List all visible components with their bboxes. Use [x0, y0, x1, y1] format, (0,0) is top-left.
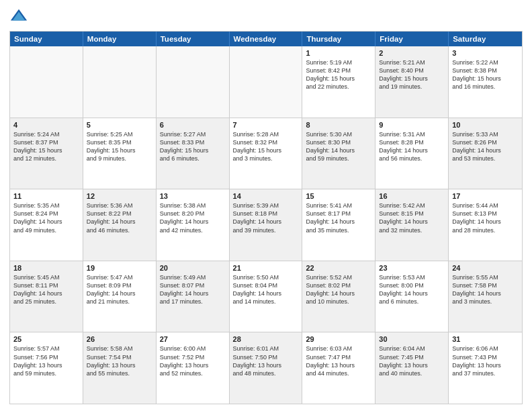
day-number: 27: [160, 335, 226, 343]
day-number: 15: [306, 192, 371, 200]
cell-info: Sunrise: 5:36 AM Sunset: 8:22 PM Dayligh…: [87, 201, 152, 234]
cell-info: Sunrise: 5:38 AM Sunset: 8:20 PM Dayligh…: [160, 201, 226, 234]
cell-info: Sunrise: 5:42 AM Sunset: 8:15 PM Dayligh…: [379, 201, 445, 234]
day-number: 10: [452, 121, 519, 129]
calendar-cell-3: 3Sunrise: 5:22 AM Sunset: 8:38 PM Daylig…: [449, 46, 522, 118]
calendar-cell-21: 21Sunrise: 5:50 AM Sunset: 8:04 PM Dayli…: [230, 261, 303, 332]
logo: [9, 7, 31, 26]
calendar-cell-5: 5Sunrise: 5:25 AM Sunset: 8:35 PM Daylig…: [83, 118, 157, 189]
header-day-saturday: Saturday: [449, 32, 522, 46]
header-day-sunday: Sunday: [10, 32, 83, 46]
cell-info: Sunrise: 6:00 AM Sunset: 7:52 PM Dayligh…: [160, 345, 226, 377]
day-number: 4: [13, 121, 79, 129]
header-day-monday: Monday: [83, 32, 157, 46]
cell-info: Sunrise: 5:28 AM Sunset: 8:32 PM Dayligh…: [233, 130, 299, 163]
cell-info: Sunrise: 5:52 AM Sunset: 8:02 PM Dayligh…: [306, 273, 371, 306]
day-number: 23: [379, 264, 445, 272]
day-number: 5: [87, 121, 152, 129]
day-number: 29: [306, 335, 371, 343]
cell-info: Sunrise: 6:03 AM Sunset: 7:47 PM Dayligh…: [306, 345, 371, 377]
cell-info: Sunrise: 6:01 AM Sunset: 7:50 PM Dayligh…: [233, 345, 299, 377]
calendar-cell-empty-0: [10, 46, 83, 118]
cell-info: Sunrise: 6:06 AM Sunset: 7:43 PM Dayligh…: [452, 345, 519, 377]
calendar-cell-29: 29Sunrise: 6:03 AM Sunset: 7:47 PM Dayli…: [302, 332, 375, 404]
cell-info: Sunrise: 5:41 AM Sunset: 8:17 PM Dayligh…: [306, 201, 371, 234]
calendar-cell-7: 7Sunrise: 5:28 AM Sunset: 8:32 PM Daylig…: [230, 118, 303, 189]
cell-info: Sunrise: 5:21 AM Sunset: 8:40 PM Dayligh…: [379, 58, 445, 91]
day-number: 31: [452, 335, 519, 343]
logo-icon: [9, 7, 28, 26]
calendar-cell-17: 17Sunrise: 5:44 AM Sunset: 8:13 PM Dayli…: [449, 189, 522, 261]
calendar-cell-9: 9Sunrise: 5:31 AM Sunset: 8:28 PM Daylig…: [375, 118, 449, 189]
calendar-cell-25: 25Sunrise: 5:57 AM Sunset: 7:56 PM Dayli…: [10, 332, 83, 404]
cell-info: Sunrise: 5:39 AM Sunset: 8:18 PM Dayligh…: [233, 201, 299, 234]
cell-info: Sunrise: 5:27 AM Sunset: 8:33 PM Dayligh…: [160, 130, 226, 163]
calendar-cell-16: 16Sunrise: 5:42 AM Sunset: 8:15 PM Dayli…: [375, 189, 449, 261]
day-number: 26: [87, 335, 152, 343]
header-day-tuesday: Tuesday: [157, 32, 230, 46]
calendar-cell-8: 8Sunrise: 5:30 AM Sunset: 8:30 PM Daylig…: [302, 118, 375, 189]
calendar-cell-1: 1Sunrise: 5:19 AM Sunset: 8:42 PM Daylig…: [302, 46, 375, 118]
calendar-row-2: 4Sunrise: 5:24 AM Sunset: 8:37 PM Daylig…: [10, 118, 522, 189]
calendar-cell-2: 2Sunrise: 5:21 AM Sunset: 8:40 PM Daylig…: [375, 46, 449, 118]
day-number: 12: [87, 192, 152, 200]
calendar-row-1: 1Sunrise: 5:19 AM Sunset: 8:42 PM Daylig…: [10, 46, 522, 118]
cell-info: Sunrise: 5:30 AM Sunset: 8:30 PM Dayligh…: [306, 130, 371, 163]
calendar-cell-18: 18Sunrise: 5:45 AM Sunset: 8:11 PM Dayli…: [10, 261, 83, 332]
cell-info: Sunrise: 5:22 AM Sunset: 8:38 PM Dayligh…: [452, 58, 519, 91]
cell-info: Sunrise: 5:55 AM Sunset: 7:58 PM Dayligh…: [452, 273, 519, 306]
day-number: 20: [160, 264, 226, 272]
cell-info: Sunrise: 5:45 AM Sunset: 8:11 PM Dayligh…: [13, 273, 79, 306]
calendar-cell-11: 11Sunrise: 5:35 AM Sunset: 8:24 PM Dayli…: [10, 189, 83, 261]
cell-info: Sunrise: 5:53 AM Sunset: 8:00 PM Dayligh…: [379, 273, 445, 306]
day-number: 11: [13, 192, 79, 200]
cell-info: Sunrise: 5:50 AM Sunset: 8:04 PM Dayligh…: [233, 273, 299, 306]
day-number: 18: [13, 264, 79, 272]
calendar-cell-26: 26Sunrise: 5:58 AM Sunset: 7:54 PM Dayli…: [83, 332, 157, 404]
day-number: 3: [452, 49, 519, 57]
day-number: 22: [306, 264, 371, 272]
cell-info: Sunrise: 6:04 AM Sunset: 7:45 PM Dayligh…: [379, 345, 445, 377]
calendar-cell-13: 13Sunrise: 5:38 AM Sunset: 8:20 PM Dayli…: [157, 189, 230, 261]
calendar-cell-28: 28Sunrise: 6:01 AM Sunset: 7:50 PM Dayli…: [230, 332, 303, 404]
calendar-cell-4: 4Sunrise: 5:24 AM Sunset: 8:37 PM Daylig…: [10, 118, 83, 189]
cell-info: Sunrise: 5:25 AM Sunset: 8:35 PM Dayligh…: [87, 130, 152, 163]
calendar-cell-14: 14Sunrise: 5:39 AM Sunset: 8:18 PM Dayli…: [230, 189, 303, 261]
day-number: 25: [13, 335, 79, 343]
calendar-cell-30: 30Sunrise: 6:04 AM Sunset: 7:45 PM Dayli…: [375, 332, 449, 404]
header-day-thursday: Thursday: [302, 32, 375, 46]
header: [9, 7, 523, 26]
calendar-cell-empty-3: [230, 46, 303, 118]
day-number: 1: [306, 49, 371, 57]
cell-info: Sunrise: 5:49 AM Sunset: 8:07 PM Dayligh…: [160, 273, 226, 306]
day-number: 7: [233, 121, 299, 129]
cell-info: Sunrise: 5:19 AM Sunset: 8:42 PM Dayligh…: [306, 58, 371, 91]
day-number: 19: [87, 264, 152, 272]
day-number: 6: [160, 121, 226, 129]
day-number: 9: [379, 121, 445, 129]
day-number: 17: [452, 192, 519, 200]
calendar-cell-27: 27Sunrise: 6:00 AM Sunset: 7:52 PM Dayli…: [157, 332, 230, 404]
day-number: 21: [233, 264, 299, 272]
header-day-wednesday: Wednesday: [230, 32, 303, 46]
day-number: 16: [379, 192, 445, 200]
page: SundayMondayTuesdayWednesdayThursdayFrid…: [0, 0, 532, 411]
cell-info: Sunrise: 5:47 AM Sunset: 8:09 PM Dayligh…: [87, 273, 152, 306]
cell-info: Sunrise: 5:58 AM Sunset: 7:54 PM Dayligh…: [87, 345, 152, 377]
calendar-row-3: 11Sunrise: 5:35 AM Sunset: 8:24 PM Dayli…: [10, 189, 522, 261]
cell-info: Sunrise: 5:31 AM Sunset: 8:28 PM Dayligh…: [379, 130, 445, 163]
calendar-cell-23: 23Sunrise: 5:53 AM Sunset: 8:00 PM Dayli…: [375, 261, 449, 332]
calendar-cell-20: 20Sunrise: 5:49 AM Sunset: 8:07 PM Dayli…: [157, 261, 230, 332]
day-number: 2: [379, 49, 445, 57]
day-number: 24: [452, 264, 519, 272]
day-number: 30: [379, 335, 445, 343]
calendar-row-4: 18Sunrise: 5:45 AM Sunset: 8:11 PM Dayli…: [10, 261, 522, 332]
calendar-cell-31: 31Sunrise: 6:06 AM Sunset: 7:43 PM Dayli…: [449, 332, 522, 404]
calendar-cell-22: 22Sunrise: 5:52 AM Sunset: 8:02 PM Dayli…: [302, 261, 375, 332]
day-number: 13: [160, 192, 226, 200]
calendar-body: 1Sunrise: 5:19 AM Sunset: 8:42 PM Daylig…: [10, 46, 522, 404]
calendar-cell-15: 15Sunrise: 5:41 AM Sunset: 8:17 PM Dayli…: [302, 189, 375, 261]
calendar-header: SundayMondayTuesdayWednesdayThursdayFrid…: [10, 32, 522, 46]
day-number: 8: [306, 121, 371, 129]
calendar-cell-6: 6Sunrise: 5:27 AM Sunset: 8:33 PM Daylig…: [157, 118, 230, 189]
